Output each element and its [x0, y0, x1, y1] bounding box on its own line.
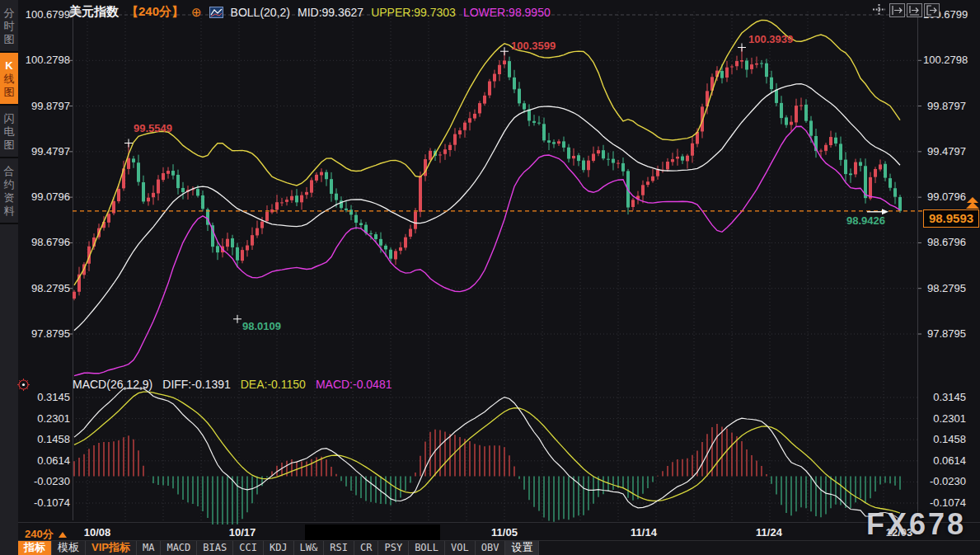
- toolbar-button-ma[interactable]: MA: [137, 541, 161, 555]
- toolbar-button-kdj[interactable]: KDJ: [264, 541, 294, 555]
- macd-axis-label-left: 0.3145: [21, 391, 70, 403]
- sidebar-tab-1[interactable]: 分时图: [0, 0, 18, 53]
- price-axis-label-left: 97.8795: [21, 327, 70, 340]
- price-axis-label-left: 99.8797: [21, 100, 70, 112]
- price-axis-label-right: 99.4797: [923, 145, 966, 158]
- exit-right-icon[interactable]: [924, 3, 940, 17]
- last-price-value: 98.9593: [929, 211, 973, 225]
- toolbar-button-指标[interactable]: 指标: [18, 541, 52, 555]
- date-axis-label: 11/05: [481, 526, 528, 539]
- toolbar-button-vol[interactable]: VOL: [445, 541, 476, 555]
- date-axis-label: 11/14: [621, 526, 667, 539]
- toolbar-button-cci[interactable]: CCI: [233, 541, 264, 555]
- price-axis-label-left: 98.6796: [21, 236, 70, 248]
- price-annotation: 98.0109: [242, 320, 281, 332]
- boll-lower-value: LOWER:98.9950: [463, 6, 551, 19]
- macd-axis-label-left: -0.1074: [21, 496, 70, 509]
- price-axis-label-left: 98.2795: [21, 282, 70, 294]
- price-axis-label-right: 100.2798: [923, 54, 966, 66]
- chart-header: 美元指数 【240分】 ⊕ BOLL(20,2) MID:99.3627 UPP…: [69, 4, 551, 20]
- date-axis-label: 10/17: [219, 526, 265, 539]
- toolbar-button-rsi[interactable]: RSI: [324, 541, 354, 555]
- left-sidebar: 分时图K线图闪电图合约资料: [0, 0, 18, 555]
- price-chart-canvas[interactable]: [0, 0, 980, 544]
- indicator-settings-icon[interactable]: [16, 378, 30, 392]
- macd-params-label: MACD(26,12,9): [73, 378, 152, 391]
- add-indicator-icon[interactable]: ⊕: [191, 7, 202, 18]
- fit-horizontal-icon[interactable]: [889, 3, 905, 17]
- macd-axis-label-right: 0.1458: [923, 433, 966, 445]
- toolbar-button-boll[interactable]: BOLL: [409, 541, 445, 555]
- macd-header: MACD(26,12,9) DIFF:-0.1391 DEA:-0.1150 M…: [73, 378, 392, 391]
- price-annotation: 100.3599: [511, 40, 556, 52]
- indicator-toolbar: 指标模板VIP指标MAMACDBIASCCIKDJLW&RSICRPSYBOLL…: [18, 540, 980, 555]
- price-annotation: 99.5549: [134, 122, 172, 134]
- price-axis-label-left: 99.4797: [21, 145, 70, 158]
- watermark: FX678: [866, 507, 966, 542]
- instrument-title: 美元指数: [69, 4, 119, 20]
- toolbar-button-bias[interactable]: BIAS: [197, 541, 233, 555]
- last-price-box: 98.9593: [923, 209, 979, 228]
- price-annotation: 98.9426: [824, 214, 885, 227]
- macd-diff-value: DIFF:-0.1391: [162, 378, 230, 391]
- price-axis-label-left: 99.0796: [21, 190, 70, 203]
- sidebar-tab-2[interactable]: K线图: [0, 53, 18, 106]
- macd-value: MACD:-0.0481: [316, 378, 392, 391]
- blackout-overlay: [305, 524, 440, 541]
- sidebar-tab-3[interactable]: 闪电图: [0, 106, 18, 158]
- price-axis-label-right: 99.8797: [923, 100, 966, 112]
- toolbar-button-设置[interactable]: 设置: [505, 541, 539, 555]
- price-axis-label-right: 98.6796: [923, 236, 966, 248]
- toolbar-button-macd[interactable]: MACD: [161, 541, 197, 555]
- toolbar-button-psy[interactable]: PSY: [378, 541, 409, 555]
- sidebar-tab-4[interactable]: 合约资料: [0, 158, 18, 224]
- price-axis-label-left: 100.2798: [21, 54, 70, 66]
- toolbar-button-lw[interactable]: LW&: [294, 541, 325, 555]
- boll-label: BOLL(20,2): [231, 6, 290, 19]
- macd-axis-label-left: 0.1458: [21, 433, 70, 445]
- pan-crosshair-icon[interactable]: [872, 3, 886, 16]
- date-axis-label: 11/24: [746, 526, 792, 539]
- timeframe-label[interactable]: 【240分】: [126, 4, 184, 20]
- triangle-up-icon: [59, 532, 67, 538]
- boll-mid-value: MID:99.3627: [298, 6, 363, 19]
- toolbar-button-obv[interactable]: OBV: [476, 541, 506, 555]
- macd-axis-label-right: 0.2301: [923, 412, 966, 425]
- price-axis-label-left: 100.6799: [21, 8, 70, 21]
- toolbar-button-vip指标[interactable]: VIP指标: [86, 541, 137, 555]
- toolbar-button-cr[interactable]: CR: [354, 541, 378, 555]
- fit-vertical-icon[interactable]: [907, 3, 922, 17]
- macd-axis-label-left: -0.0230: [21, 475, 70, 487]
- boll-upper-value: UPPER:99.7303: [371, 6, 456, 19]
- date-axis-label: 10/08: [74, 526, 120, 539]
- price-axis-label-right: 98.2795: [923, 282, 966, 294]
- toolbar-button-模板[interactable]: 模板: [52, 541, 86, 555]
- price-axis-label-right: 99.0796: [923, 190, 966, 203]
- macd-axis-label-right: 0.0614: [923, 454, 966, 467]
- price-axis-label-right: 97.8795: [923, 327, 966, 340]
- macd-axis-label-right: -0.0230: [923, 475, 966, 487]
- macd-dea-value: DEA:-0.1150: [241, 378, 306, 391]
- macd-axis-label-right: 0.3145: [923, 391, 966, 403]
- chart-application: 分时图K线图闪电图合约资料 美元指数 【240分】 ⊕ BOLL(20,2) M…: [0, 0, 980, 555]
- chart-type-icon[interactable]: [209, 7, 223, 18]
- macd-axis-label-left: 0.0614: [21, 454, 70, 467]
- macd-axis-label-left: 0.2301: [21, 412, 70, 425]
- price-annotation: 100.3939: [748, 33, 793, 45]
